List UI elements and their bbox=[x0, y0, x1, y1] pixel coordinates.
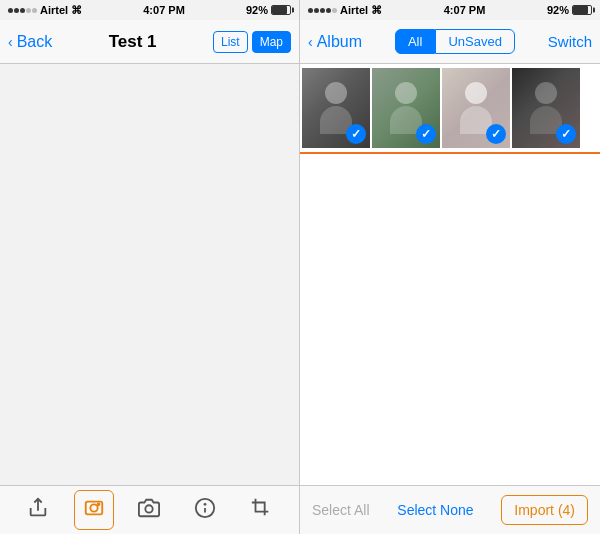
signal-dot-5 bbox=[32, 8, 37, 13]
right-back-label: Album bbox=[317, 33, 362, 51]
right-nav-bar: ‹ Album All UnSaved Switch bbox=[300, 20, 600, 64]
right-bottom-bar: Select All Select None Import (4) bbox=[300, 485, 600, 534]
left-battery-pct: 92% bbox=[246, 4, 268, 16]
switch-button[interactable]: Switch bbox=[548, 33, 592, 50]
info-icon bbox=[194, 497, 216, 524]
check-badge-3: ✓ bbox=[486, 124, 506, 144]
left-battery: 92% bbox=[246, 4, 291, 16]
share-toolbar-button[interactable] bbox=[18, 490, 58, 530]
right-signal-dots bbox=[308, 8, 337, 13]
right-panel: Airtel ⌘ 4:07 PM 92% ‹ Album All UnSaved… bbox=[300, 0, 600, 534]
check-badge-4: ✓ bbox=[556, 124, 576, 144]
map-button[interactable]: Map bbox=[252, 31, 291, 53]
photo-thumb-4[interactable]: ✓ bbox=[512, 68, 580, 148]
left-content bbox=[0, 64, 299, 485]
right-back-button[interactable]: ‹ Album bbox=[308, 33, 362, 51]
photo-thumb-2[interactable]: ✓ bbox=[372, 68, 440, 148]
left-nav-bar: ‹ Back Test 1 List Map bbox=[0, 20, 299, 64]
person-head-4 bbox=[535, 82, 557, 104]
check-badge-2: ✓ bbox=[416, 124, 436, 144]
right-back-chevron-icon: ‹ bbox=[308, 34, 313, 50]
left-toolbar bbox=[0, 485, 299, 534]
left-battery-fill bbox=[272, 6, 287, 14]
svg-point-3 bbox=[97, 503, 99, 505]
right-status-bar: Airtel ⌘ 4:07 PM 92% bbox=[300, 0, 600, 20]
back-chevron-icon: ‹ bbox=[8, 34, 13, 50]
left-wifi-icon: ⌘ bbox=[71, 4, 82, 17]
camera-icon bbox=[138, 497, 160, 524]
right-signal-dot-3 bbox=[320, 8, 325, 13]
right-battery-fill bbox=[573, 6, 588, 14]
left-nav-title: Test 1 bbox=[109, 32, 157, 52]
photo-strip: ✓ ✓ ✓ bbox=[300, 64, 600, 154]
right-carrier: Airtel ⌘ bbox=[308, 4, 382, 17]
left-back-label: Back bbox=[17, 33, 53, 51]
right-carrier-name: Airtel bbox=[340, 4, 368, 16]
share-icon bbox=[27, 497, 49, 524]
crop-icon bbox=[250, 497, 272, 524]
all-segment-button[interactable]: All bbox=[395, 29, 435, 54]
left-time: 4:07 PM bbox=[143, 4, 185, 16]
crop-toolbar-button[interactable] bbox=[241, 490, 281, 530]
svg-point-4 bbox=[146, 505, 153, 512]
right-battery-icon bbox=[572, 5, 592, 15]
camera-toolbar-button[interactable] bbox=[129, 490, 169, 530]
right-signal-dot-4 bbox=[326, 8, 331, 13]
unsaved-segment-button[interactable]: UnSaved bbox=[435, 29, 514, 54]
person-head-3 bbox=[465, 82, 487, 104]
list-button[interactable]: List bbox=[213, 31, 248, 53]
photo-icon bbox=[83, 497, 105, 524]
signal-dot-4 bbox=[26, 8, 31, 13]
photo-thumb-3[interactable]: ✓ bbox=[442, 68, 510, 148]
right-battery-pct: 92% bbox=[547, 4, 569, 16]
right-battery: 92% bbox=[547, 4, 592, 16]
right-signal-dot-2 bbox=[314, 8, 319, 13]
left-carrier: Airtel ⌘ bbox=[8, 4, 82, 17]
right-signal-dot-5 bbox=[332, 8, 337, 13]
left-back-button[interactable]: ‹ Back bbox=[8, 33, 52, 51]
import-button[interactable]: Import (4) bbox=[501, 495, 588, 525]
select-none-button[interactable]: Select None bbox=[397, 502, 473, 518]
left-nav-buttons: List Map bbox=[213, 31, 291, 53]
left-battery-icon bbox=[271, 5, 291, 15]
signal-dot-2 bbox=[14, 8, 19, 13]
check-badge-1: ✓ bbox=[346, 124, 366, 144]
person-head-2 bbox=[395, 82, 417, 104]
left-panel: Airtel ⌘ 4:07 PM 92% ‹ Back Test 1 List … bbox=[0, 0, 300, 534]
info-toolbar-button[interactable] bbox=[185, 490, 225, 530]
signal-dots bbox=[8, 8, 37, 13]
right-signal-dot-1 bbox=[308, 8, 313, 13]
left-status-bar: Airtel ⌘ 4:07 PM 92% bbox=[0, 0, 299, 20]
svg-point-2 bbox=[90, 504, 97, 511]
signal-dot-3 bbox=[20, 8, 25, 13]
select-all-button[interactable]: Select All bbox=[312, 502, 370, 518]
photo-toolbar-button[interactable] bbox=[74, 490, 114, 530]
right-content bbox=[300, 154, 600, 485]
person-head-1 bbox=[325, 82, 347, 104]
signal-dot-1 bbox=[8, 8, 13, 13]
photo-thumb-1[interactable]: ✓ bbox=[302, 68, 370, 148]
segment-control: All UnSaved bbox=[395, 29, 515, 54]
right-time: 4:07 PM bbox=[444, 4, 486, 16]
right-wifi-icon: ⌘ bbox=[371, 4, 382, 17]
left-carrier-name: Airtel bbox=[40, 4, 68, 16]
